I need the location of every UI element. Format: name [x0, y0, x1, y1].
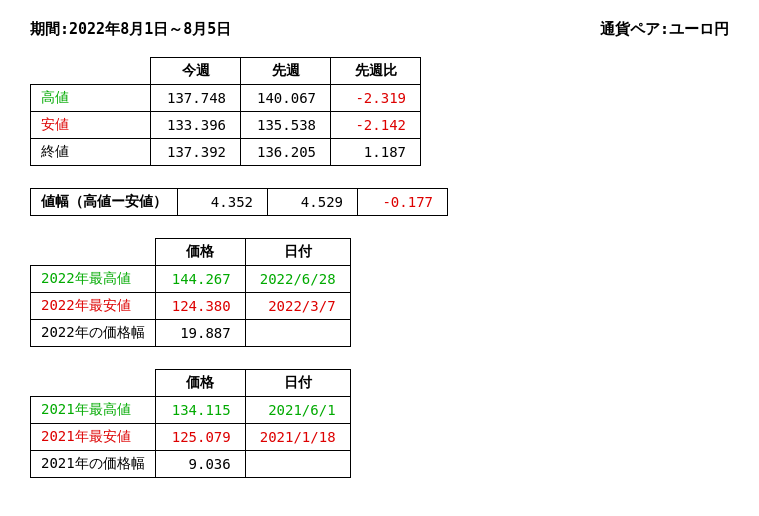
date-2022-0: 2022/6/28 [245, 266, 350, 293]
price-2021-0: 134.115 [155, 397, 245, 424]
range-last-week: 4.529 [268, 189, 358, 216]
this-week-val-2: 137.392 [151, 139, 241, 166]
table-row: 終値137.392136.2051.187 [31, 139, 421, 166]
period-label: 期間:2022年8月1日～8月5日 [30, 20, 231, 39]
label-2021-2: 2021年の価格幅 [31, 451, 156, 478]
table-row-2021-2: 2021年の価格幅9.036 [31, 451, 351, 478]
main-price-section: 今週 先週 先週比 高値137.748140.067-2.319安値133.39… [30, 57, 729, 166]
label-2021-1: 2021年最安値 [31, 424, 156, 451]
price-2021-2: 9.036 [155, 451, 245, 478]
this-week-val-0: 137.748 [151, 85, 241, 112]
col-date-2022: 日付 [245, 239, 350, 266]
main-price-table: 今週 先週 先週比 高値137.748140.067-2.319安値133.39… [30, 57, 421, 166]
label-2022-1: 2022年最安値 [31, 293, 156, 320]
date-2021-2 [245, 451, 350, 478]
date-2021-0: 2021/6/1 [245, 397, 350, 424]
row-label-1: 安値 [31, 112, 151, 139]
table-row: 安値133.396135.538-2.142 [31, 112, 421, 139]
range-section: 値幅（高値ー安値） 4.352 4.529 -0.177 [30, 188, 729, 216]
pair-label: 通貨ペア:ユーロ円 [600, 20, 729, 39]
this-week-val-1: 133.396 [151, 112, 241, 139]
date-2021-1: 2021/1/18 [245, 424, 350, 451]
last-week-val-1: 135.538 [241, 112, 331, 139]
year2021-section: 価格 日付 2021年最高値134.1152021/6/12021年最安値125… [30, 369, 729, 478]
date-2022-2 [245, 320, 350, 347]
col-price-2022: 価格 [155, 239, 245, 266]
page-header: 期間:2022年8月1日～8月5日 通貨ペア:ユーロ円 [30, 20, 729, 39]
change-val-0: -2.319 [331, 85, 421, 112]
price-2022-2: 19.887 [155, 320, 245, 347]
col-last-week: 先週 [241, 58, 331, 85]
empty-header [31, 58, 151, 85]
table-row-2021-0: 2021年最高値134.1152021/6/1 [31, 397, 351, 424]
price-2022-1: 124.380 [155, 293, 245, 320]
change-val-1: -2.142 [331, 112, 421, 139]
col-change: 先週比 [331, 58, 421, 85]
empty-header-2022 [31, 239, 156, 266]
table-row-2021-1: 2021年最安値125.0792021/1/18 [31, 424, 351, 451]
year2022-section: 価格 日付 2022年最高値144.2672022/6/282022年最安値12… [30, 238, 729, 347]
col-date-2021: 日付 [245, 370, 350, 397]
price-2021-1: 125.079 [155, 424, 245, 451]
table-row-2022-1: 2022年最安値124.3802022/3/7 [31, 293, 351, 320]
date-2022-1: 2022/3/7 [245, 293, 350, 320]
price-2022-0: 144.267 [155, 266, 245, 293]
year2021-table: 価格 日付 2021年最高値134.1152021/6/12021年最安値125… [30, 369, 351, 478]
range-table: 値幅（高値ー安値） 4.352 4.529 -0.177 [30, 188, 448, 216]
label-2022-2: 2022年の価格幅 [31, 320, 156, 347]
range-label: 値幅（高値ー安値） [31, 189, 178, 216]
col-this-week: 今週 [151, 58, 241, 85]
range-change: -0.177 [358, 189, 448, 216]
last-week-val-0: 140.067 [241, 85, 331, 112]
table-row: 高値137.748140.067-2.319 [31, 85, 421, 112]
range-this-week: 4.352 [178, 189, 268, 216]
label-2021-0: 2021年最高値 [31, 397, 156, 424]
table-row-2022-0: 2022年最高値144.2672022/6/28 [31, 266, 351, 293]
row-label-2: 終値 [31, 139, 151, 166]
col-price-2021: 価格 [155, 370, 245, 397]
year2022-table: 価格 日付 2022年最高値144.2672022/6/282022年最安値12… [30, 238, 351, 347]
change-val-2: 1.187 [331, 139, 421, 166]
label-2022-0: 2022年最高値 [31, 266, 156, 293]
table-row-2022-2: 2022年の価格幅19.887 [31, 320, 351, 347]
row-label-0: 高値 [31, 85, 151, 112]
last-week-val-2: 136.205 [241, 139, 331, 166]
empty-header-2021 [31, 370, 156, 397]
